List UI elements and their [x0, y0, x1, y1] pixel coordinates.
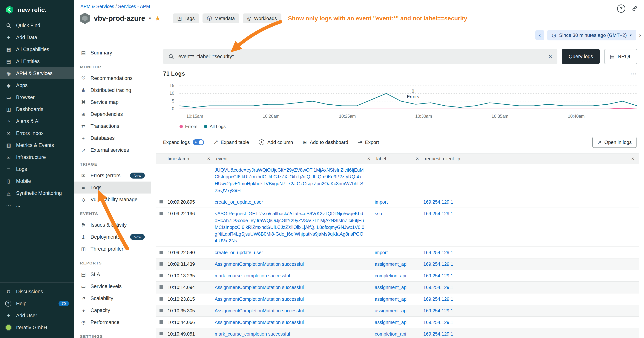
subnav-item-thread-profiler[interactable]: ◫Thread profiler: [74, 243, 151, 255]
row-select-cell[interactable]: [156, 282, 166, 291]
expand-table-button[interactable]: ⤢ Expand table: [214, 139, 249, 145]
more-options-icon[interactable]: ⋯: [630, 70, 636, 78]
subnav-item-distributed-tracing[interactable]: ⋔Distributed tracing: [74, 84, 151, 96]
query-logs-button[interactable]: Query logs: [562, 49, 600, 64]
ip-link[interactable]: 169.254.129.1: [423, 285, 453, 290]
sidebar-item-apps[interactable]: ◆Apps: [0, 79, 74, 91]
table-row[interactable]: 10:09:22.540create_or_update_userimport1…: [156, 247, 639, 258]
ip-link[interactable]: 169.254.129.1: [423, 308, 453, 313]
subnav-item-databases[interactable]: ◒Databases: [74, 132, 151, 144]
row-select-cell[interactable]: [156, 293, 166, 303]
table-row[interactable]: 10:09:22.196<ASGIRequest: GET '/sso/call…: [156, 208, 639, 247]
event-link[interactable]: AssignmentCompletionMutation successful: [215, 320, 304, 325]
legend-item-errors[interactable]: Errors: [180, 124, 197, 129]
chip-tags[interactable]: ◳Tags: [173, 14, 199, 23]
event-link[interactable]: create_or_update_user: [215, 199, 263, 205]
sidebar-item-logs[interactable]: ≡Logs: [0, 163, 74, 175]
label-link[interactable]: assignment_api: [375, 320, 408, 325]
label-link[interactable]: assignment_api: [375, 308, 408, 313]
event-link[interactable]: AssignmentCompletionMutation successful: [215, 296, 304, 302]
label-link[interactable]: sso: [375, 211, 382, 216]
add-to-dashboard-button[interactable]: ⊞ Add to dashboard: [303, 139, 348, 145]
breadcrumb-link[interactable]: Services - APM: [118, 4, 150, 9]
export-button[interactable]: ⇥ Export: [358, 139, 379, 145]
sidebar-item-synthetic-monitoring[interactable]: ◬Synthetic Monitoring: [0, 187, 74, 199]
remove-column-icon[interactable]: ×: [207, 156, 210, 162]
row-select-cell[interactable]: [156, 328, 166, 338]
subnav-item-service-map[interactable]: ⌘Service map: [74, 96, 151, 108]
event-link[interactable]: AssignmentCompletionMutation successful: [215, 285, 304, 290]
subnav-item-errors-errors-inb[interactable]: ✉Errors (errors inb...New: [74, 170, 151, 182]
sidebar-item-mobile[interactable]: ▯Mobile: [0, 175, 74, 187]
ip-link[interactable]: 169.254.129.1: [423, 331, 453, 336]
expand-logs-toggle[interactable]: Expand logs: [163, 139, 204, 145]
sidebar-item-discussions[interactable]: ◘Discussions: [0, 286, 74, 297]
chip-metadata[interactable]: ⓘMetadata: [202, 14, 239, 23]
nrql-button[interactable]: ▤ NRQL: [604, 49, 637, 64]
table-row[interactable]: 10:10:49.051mark_course_completion succe…: [156, 328, 639, 338]
subnav-item-issues-activity[interactable]: ⚑Issues & activity: [74, 219, 151, 231]
row-select-cell[interactable]: [156, 305, 166, 314]
label-link[interactable]: completion_api: [375, 331, 406, 336]
event-link[interactable]: AssignmentCompletionMutation successful: [215, 308, 304, 313]
table-row[interactable]: 10:10:14.094AssignmentCompletionMutation…: [156, 282, 639, 293]
subnav-item-external-services[interactable]: ↗External services: [74, 144, 151, 156]
subnav-item-scalability[interactable]: ⇗Scalability: [74, 292, 151, 304]
entity-chevron-down-icon[interactable]: ▾: [149, 16, 151, 21]
ip-link[interactable]: 169.254.129.1: [423, 296, 453, 302]
brand[interactable]: new relic.: [0, 0, 74, 20]
sidebar-item-browser[interactable]: ▭Browser: [0, 91, 74, 103]
event-link[interactable]: JUQVU&code=eyJraWQiOiJjcGltY29yZV8wOTl1M…: [215, 167, 364, 193]
sidebar-item-[interactable]: ⋯...: [0, 199, 74, 211]
label-link[interactable]: assignment_api: [375, 296, 408, 302]
subnav-item-transactions[interactable]: ⇄Transactions: [74, 120, 151, 132]
row-select-cell[interactable]: [156, 208, 166, 217]
table-row[interactable]: 10:09:31.439AssignmentCompletionMutation…: [156, 258, 639, 270]
row-select-cell[interactable]: [156, 317, 166, 326]
remove-column-icon[interactable]: ×: [416, 156, 419, 162]
row-select-cell[interactable]: [156, 196, 166, 206]
subnav-item-service-levels[interactable]: ▭Service levels: [74, 280, 151, 292]
sidebar-item-add-user[interactable]: +Add User: [0, 309, 74, 321]
ip-link[interactable]: 169.254.129.1: [423, 211, 453, 216]
open-in-logs-button[interactable]: ↗ Open in logs: [592, 137, 636, 148]
chip-workloads[interactable]: ◎Workloads: [243, 14, 282, 23]
table-row[interactable]: 10:10:23.815AssignmentCompletionMutation…: [156, 293, 639, 305]
table-row[interactable]: 10:09:20.895create_or_update_userimport1…: [156, 196, 639, 208]
event-link[interactable]: mark_course_completion successful: [215, 273, 290, 278]
event-link[interactable]: <ASGIRequest: GET '/sso/callback/?state=…: [215, 211, 364, 243]
sidebar-item-metrics-events[interactable]: ▥Metrics & Events: [0, 139, 74, 151]
subnav-item-capacity[interactable]: ◕Capacity: [74, 304, 151, 316]
favorite-star-icon[interactable]: ★: [155, 15, 161, 22]
toggle-on-icon[interactable]: [193, 139, 204, 145]
clear-query-icon[interactable]: ×: [548, 53, 552, 61]
label-link[interactable]: import: [375, 199, 388, 205]
ip-link[interactable]: 169.254.129.1: [423, 273, 453, 278]
sidebar-item-iterativ-gmbh[interactable]: Iterativ GmbH: [0, 321, 74, 333]
time-picker[interactable]: ◷ Since 30 minutes ago (GMT+2) ▾: [547, 30, 636, 41]
event-link[interactable]: AssignmentCompletionMutation successful: [215, 261, 304, 267]
ip-link[interactable]: 169.254.129.1: [423, 261, 453, 267]
subnav-item-logs[interactable]: ≡Logs: [74, 182, 151, 193]
event-link[interactable]: create_or_update_user: [215, 250, 263, 255]
label-link[interactable]: assignment_api: [375, 261, 408, 267]
sidebar-item-all-capabilities[interactable]: ▦All Capabilities: [0, 44, 74, 55]
label-link[interactable]: completion_api: [375, 273, 406, 278]
sidebar-item-alerts-ai[interactable]: ◔Alerts & AI: [0, 115, 74, 127]
subnav-item-vulnerability-management[interactable]: ◇Vulnerability Management: [74, 193, 151, 205]
subnav-item-summary[interactable]: ▤Summary: [74, 47, 151, 59]
table-row[interactable]: JUQVU&code=eyJraWQiOiJjcGltY29yZV8wOTl1M…: [156, 164, 639, 196]
sidebar-item-infrastructure[interactable]: ⊡Infrastructure: [0, 151, 74, 163]
row-select-cell[interactable]: [156, 247, 166, 256]
label-link[interactable]: import: [375, 250, 388, 255]
subnav-item-recommendations[interactable]: ♡Recommendations: [74, 72, 151, 84]
ip-link[interactable]: 169.254.129.1: [423, 320, 453, 325]
time-back-button[interactable]: ‹: [535, 30, 544, 40]
legend-item-all-logs[interactable]: All Logs: [204, 124, 226, 129]
sidebar-item-add-data[interactable]: +Add Data: [0, 32, 74, 44]
table-row[interactable]: 10:10:13.235mark_course_completion succe…: [156, 270, 639, 282]
permalink-icon[interactable]: [631, 5, 638, 12]
sidebar-item-help[interactable]: ?Help70: [0, 297, 74, 309]
sidebar-item-errors-inbox[interactable]: ⊠Errors Inbox: [0, 127, 74, 139]
sidebar-item-all-entities[interactable]: ▤All Entities: [0, 55, 74, 67]
